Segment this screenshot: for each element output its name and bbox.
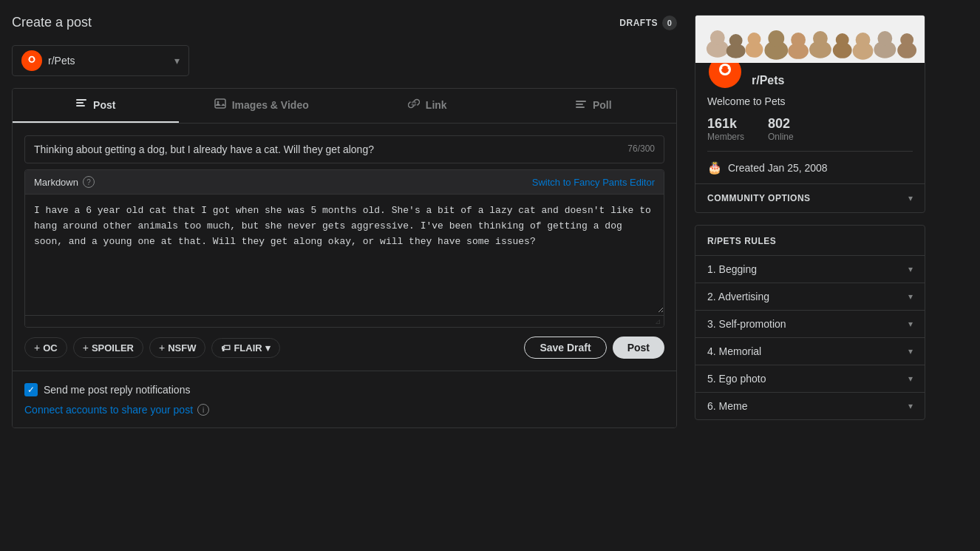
svg-rect-10	[576, 101, 586, 102]
svg-point-33	[900, 33, 913, 47]
stats-divider	[707, 151, 913, 152]
tags-row: + OC + SPOILER + NSFW 🏷 FLAIR ▾	[24, 337, 664, 359]
title-counter: 76/300	[627, 143, 655, 154]
svg-rect-7	[76, 105, 85, 107]
svg-point-23	[791, 33, 806, 47]
tab-images[interactable]: Images & Video	[179, 89, 345, 123]
page-header: Create a post DRAFTS 0	[12, 15, 677, 30]
title-input[interactable]: Thinking about getting a dog, but I alre…	[34, 143, 622, 155]
page-title: Create a post	[12, 15, 92, 30]
tab-post-label: Post	[93, 99, 115, 111]
rule-item-2[interactable]: 2. Advertising ▾	[695, 283, 925, 311]
community-banner	[695, 16, 925, 63]
post-form: Post Images & Video Link	[12, 88, 677, 428]
svg-point-27	[836, 33, 849, 47]
switch-editor-button[interactable]: Switch to Fancy Pants Editor	[532, 177, 655, 188]
svg-point-36	[721, 66, 729, 73]
tab-poll-label: Poll	[593, 99, 612, 111]
svg-rect-11	[576, 104, 583, 105]
svg-rect-12	[576, 107, 585, 108]
connect-accounts-link[interactable]: Connect accounts to share your post	[24, 404, 193, 416]
post-tab-icon	[75, 98, 87, 112]
svg-point-29	[856, 33, 871, 47]
svg-point-21	[768, 30, 784, 47]
drafts-button[interactable]: DRAFTS 0	[619, 16, 677, 30]
tab-post[interactable]: Post	[13, 89, 179, 123]
spoiler-button[interactable]: + SPOILER	[73, 337, 143, 358]
rule-item-6[interactable]: 6. Meme ▾	[695, 393, 925, 419]
community-name: r/Pets	[752, 74, 784, 87]
poll-tab-icon	[575, 98, 587, 112]
rule-4-text: 4. Memorial	[707, 345, 761, 357]
sidebar: r/Pets Welcome to Pets 161k Members 802 …	[695, 15, 925, 428]
subreddit-info: r/Pets Welcome to Pets 161k Members 802 …	[695, 63, 925, 183]
subreddit-name: r/Pets	[48, 55, 169, 67]
rule-5-chevron: ▾	[908, 373, 913, 384]
community-options-chevron: ▾	[908, 193, 913, 203]
rule-2-chevron: ▾	[908, 291, 913, 302]
rule-3-text: 3. Self-promotion	[707, 318, 786, 330]
cake-icon: 🎂	[707, 160, 722, 175]
community-options-section: COMMUNITY OPTIONS ▾	[695, 183, 925, 212]
notification-row: ✓ Send me post reply notifications	[24, 383, 664, 396]
nsfw-button[interactable]: + NSFW	[149, 337, 205, 358]
svg-rect-5	[76, 99, 86, 101]
community-card: r/Pets Welcome to Pets 161k Members 802 …	[695, 15, 925, 213]
community-options-header[interactable]: COMMUNITY OPTIONS ▾	[695, 184, 925, 212]
rule-3-chevron: ▾	[908, 319, 913, 329]
tab-link[interactable]: Link	[344, 89, 511, 123]
oc-button[interactable]: + OC	[24, 337, 67, 358]
rule-1-chevron: ▾	[908, 264, 913, 274]
svg-rect-8	[215, 99, 225, 108]
tab-link-label: Link	[426, 99, 447, 111]
action-buttons: Save Draft Post	[524, 337, 664, 359]
rule-item-4[interactable]: 4. Memorial ▾	[695, 338, 925, 365]
drafts-label: DRAFTS	[619, 18, 658, 28]
community-options-title: COMMUNITY OPTIONS	[707, 193, 811, 203]
rule-2-text: 2. Advertising	[707, 291, 769, 302]
rule-item-1[interactable]: 1. Begging ▾	[695, 256, 925, 283]
flair-button[interactable]: 🏷 FLAIR ▾	[211, 338, 279, 358]
connect-info-icon[interactable]: i	[197, 404, 209, 416]
svg-point-2	[30, 58, 33, 61]
community-stats: 161k Members 802 Online	[707, 116, 913, 142]
online-count: 802	[768, 116, 794, 132]
tab-poll[interactable]: Poll	[511, 89, 677, 123]
svg-point-19	[748, 33, 761, 46]
notification-label: Send me post reply notifications	[44, 384, 190, 396]
svg-rect-6	[76, 102, 84, 104]
svg-point-37	[721, 67, 723, 70]
rules-list: 1. Begging ▾ 2. Advertising ▾ 3. Self-pr…	[695, 256, 925, 419]
drafts-count: 0	[662, 16, 677, 30]
markdown-editor: Markdown ? Switch to Fancy Pants Editor …	[24, 169, 664, 328]
save-draft-button[interactable]: Save Draft	[524, 337, 606, 359]
notification-checkbox[interactable]: ✓	[24, 383, 38, 396]
markdown-label: Markdown ?	[34, 176, 95, 188]
tab-images-label: Images & Video	[232, 99, 309, 111]
connect-accounts-row: Connect accounts to share your post i	[24, 404, 664, 416]
rule-6-chevron: ▾	[908, 401, 913, 411]
community-description: Welcome to Pets	[707, 95, 913, 107]
members-label: Members	[707, 132, 744, 142]
subreddit-avatar	[21, 50, 42, 71]
body-textarea[interactable]: I have a 6 year old cat that I got when …	[25, 195, 664, 313]
rule-1-text: 1. Begging	[707, 263, 757, 275]
resize-icon: ⊿	[655, 317, 661, 325]
images-tab-icon	[214, 98, 226, 112]
rule-item-5[interactable]: 5. Ego photo ▾	[695, 365, 925, 393]
created-label: Created Jan 25, 2008	[728, 162, 828, 174]
resize-handle[interactable]: ⊿	[25, 315, 664, 327]
markdown-help-icon[interactable]: ?	[83, 176, 95, 188]
svg-point-3	[29, 58, 30, 59]
svg-point-17	[729, 34, 743, 47]
svg-point-4	[33, 58, 35, 59]
rule-item-3[interactable]: 3. Self-promotion ▾	[695, 311, 925, 338]
post-button[interactable]: Post	[613, 337, 664, 359]
svg-point-31	[877, 31, 892, 46]
post-content-area: Thinking about getting a dog, but I alre…	[13, 124, 676, 371]
rule-6-text: 6. Meme	[707, 400, 747, 412]
subreddit-selector[interactable]: r/Pets ▾	[12, 45, 189, 76]
rules-card: R/PETS RULES 1. Begging ▾ 2. Advertising…	[695, 225, 925, 420]
online-label: Online	[768, 132, 794, 142]
created-row: 🎂 Created Jan 25, 2008	[707, 160, 913, 175]
